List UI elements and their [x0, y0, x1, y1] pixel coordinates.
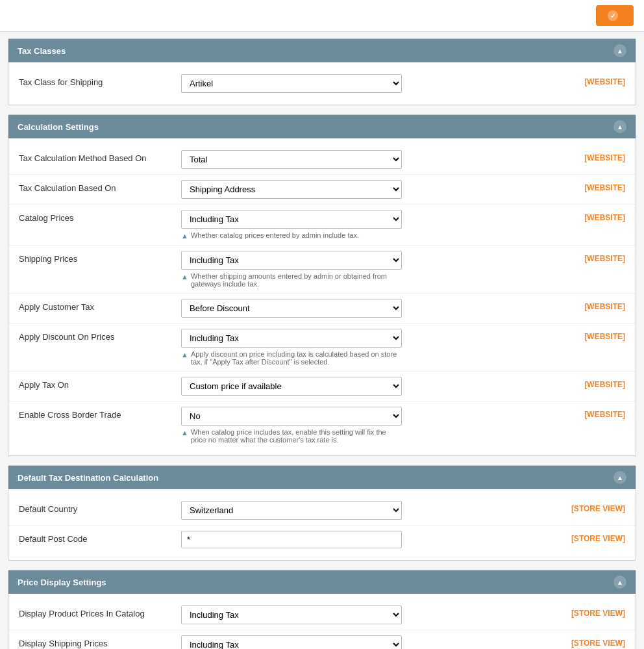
input-default-post-code[interactable]: [181, 531, 402, 548]
section-header-price-display-settings[interactable]: Price Display Settings▲: [8, 570, 636, 594]
scope-badge-tax-class-shipping: [WEBSITE]: [547, 74, 625, 86]
form-row-apply-customer-tax: Apply Customer TaxBefore DiscountAfter D…: [8, 294, 636, 324]
control-wrap-apply-tax-on: Custom price if availableOriginal price …: [181, 377, 547, 396]
hint-apply-discount-on-prices: ▲Apply discount on price including tax i…: [181, 350, 402, 366]
control-wrap-tax-calc-method: TotalUnit PriceRow Total: [181, 150, 547, 169]
select-display-shipping-prices[interactable]: Including TaxExcluding TaxBoth: [181, 635, 402, 649]
hint-enable-cross-border-trade: ▲When catalog price includes tax, enable…: [181, 428, 402, 444]
scope-badge-display-shipping-prices: [STORE VIEW]: [547, 635, 625, 648]
scope-badge-apply-discount-on-prices: [WEBSITE]: [547, 329, 625, 341]
form-row-shipping-prices: Shipping PricesIncluding TaxExcluding Ta…: [8, 246, 636, 294]
field-label-shipping-prices: Shipping Prices: [19, 251, 181, 264]
form-row-enable-cross-border-trade: Enable Cross Border TradeNoYes▲When cata…: [8, 401, 636, 449]
section-title: Default Tax Destination Calculation: [18, 473, 158, 483]
section-title: Price Display Settings: [18, 578, 106, 587]
field-label-tax-calc-based-on: Tax Calculation Based On: [19, 180, 181, 193]
control-wrap-catalog-prices: Including TaxExcluding Tax▲Whether catal…: [181, 210, 547, 240]
field-label-apply-tax-on: Apply Tax On: [19, 377, 181, 390]
select-enable-cross-border-trade[interactable]: NoYes: [181, 407, 402, 426]
form-row-default-post-code: Default Post Code[STORE VIEW]: [8, 526, 636, 554]
control-wrap-default-country: SwitzerlandGermanyAustriaUnited States: [181, 501, 547, 520]
select-apply-discount-on-prices[interactable]: Including TaxExcluding Tax: [181, 329, 402, 348]
select-tax-class-shipping[interactable]: ArtikelNoneTaxable Goods: [181, 74, 402, 93]
select-apply-tax-on[interactable]: Custom price if availableOriginal price …: [181, 377, 402, 396]
field-label-apply-customer-tax: Apply Customer Tax: [19, 299, 181, 312]
hint-catalog-prices: ▲Whether catalog prices entered by admin…: [181, 231, 402, 240]
field-label-default-country: Default Country: [19, 501, 181, 514]
form-row-display-product-prices-catalog: Display Product Prices In CatalogIncludi…: [8, 600, 636, 630]
control-wrap-shipping-prices: Including TaxExcluding Tax▲Whether shipp…: [181, 251, 547, 288]
save-config-button[interactable]: ✓: [596, 5, 634, 26]
scope-badge-shipping-prices: [WEBSITE]: [547, 251, 625, 263]
hint-icon: ▲: [181, 429, 188, 437]
page-header: ✓: [0, 0, 644, 32]
field-label-catalog-prices: Catalog Prices: [19, 210, 181, 223]
control-wrap-tax-class-shipping: ArtikelNoneTaxable Goods: [181, 74, 547, 93]
section-tax-classes: Tax Classes▲Tax Class for ShippingArtike…: [8, 38, 636, 105]
field-label-display-shipping-prices: Display Shipping Prices: [19, 635, 181, 648]
control-wrap-display-shipping-prices: Including TaxExcluding TaxBoth: [181, 635, 547, 649]
section-body-calculation-settings: Tax Calculation Method Based OnTotalUnit…: [8, 138, 636, 455]
hint-icon: ▲: [181, 232, 188, 240]
section-header-calculation-settings[interactable]: Calculation Settings▲: [8, 115, 636, 138]
section-price-display-settings: Price Display Settings▲Display Product P…: [8, 570, 636, 649]
field-label-default-post-code: Default Post Code: [19, 531, 181, 544]
main-content: Tax Classes▲Tax Class for ShippingArtike…: [0, 32, 644, 649]
scope-badge-enable-cross-border-trade: [WEBSITE]: [547, 407, 625, 419]
field-label-tax-calc-method: Tax Calculation Method Based On: [19, 150, 181, 163]
section-title: Calculation Settings: [18, 122, 99, 132]
scope-badge-apply-customer-tax: [WEBSITE]: [547, 299, 625, 311]
save-config-icon: ✓: [608, 10, 618, 21]
collapse-icon: ▲: [613, 120, 626, 133]
form-row-default-country: Default CountrySwitzerlandGermanyAustria…: [8, 496, 636, 526]
hint-shipping-prices: ▲Whether shipping amounts entered by adm…: [181, 272, 402, 288]
scope-badge-default-post-code: [STORE VIEW]: [547, 531, 625, 543]
form-row-tax-calc-method: Tax Calculation Method Based OnTotalUnit…: [8, 145, 636, 175]
section-title: Tax Classes: [18, 46, 66, 56]
form-row-tax-class-shipping: Tax Class for ShippingArtikelNoneTaxable…: [8, 69, 636, 98]
control-wrap-apply-discount-on-prices: Including TaxExcluding Tax▲Apply discoun…: [181, 329, 547, 366]
scope-badge-catalog-prices: [WEBSITE]: [547, 210, 625, 222]
collapse-icon: ▲: [613, 576, 626, 589]
scope-badge-tax-calc-based-on: [WEBSITE]: [547, 180, 625, 192]
section-body-default-tax-destination: Default CountrySwitzerlandGermanyAustria…: [8, 489, 636, 560]
select-default-country[interactable]: SwitzerlandGermanyAustriaUnited States: [181, 501, 402, 520]
collapse-icon: ▲: [613, 44, 626, 57]
scope-badge-tax-calc-method: [WEBSITE]: [547, 150, 625, 162]
form-row-display-shipping-prices: Display Shipping PricesIncluding TaxExcl…: [8, 630, 636, 649]
control-wrap-tax-calc-based-on: Shipping AddressBilling AddressShipping …: [181, 180, 547, 199]
section-header-tax-classes[interactable]: Tax Classes▲: [8, 39, 636, 62]
select-tax-calc-based-on[interactable]: Shipping AddressBilling AddressShipping …: [181, 180, 402, 199]
control-wrap-display-product-prices-catalog: Including TaxExcluding TaxBoth: [181, 605, 547, 624]
form-row-apply-discount-on-prices: Apply Discount On PricesIncluding TaxExc…: [8, 324, 636, 372]
select-display-product-prices-catalog[interactable]: Including TaxExcluding TaxBoth: [181, 605, 402, 624]
control-wrap-default-post-code: [181, 531, 547, 548]
section-default-tax-destination: Default Tax Destination Calculation▲Defa…: [8, 465, 636, 561]
scope-badge-default-country: [STORE VIEW]: [547, 501, 625, 513]
select-tax-calc-method[interactable]: TotalUnit PriceRow Total: [181, 150, 402, 169]
field-label-enable-cross-border-trade: Enable Cross Border Trade: [19, 407, 181, 420]
hint-icon: ▲: [181, 351, 188, 359]
collapse-icon: ▲: [613, 471, 626, 484]
control-wrap-enable-cross-border-trade: NoYes▲When catalog price includes tax, e…: [181, 407, 547, 444]
select-catalog-prices[interactable]: Including TaxExcluding Tax: [181, 210, 402, 229]
control-wrap-apply-customer-tax: Before DiscountAfter Discount: [181, 299, 547, 318]
section-calculation-settings: Calculation Settings▲Tax Calculation Met…: [8, 114, 636, 456]
select-apply-customer-tax[interactable]: Before DiscountAfter Discount: [181, 299, 402, 318]
form-row-catalog-prices: Catalog PricesIncluding TaxExcluding Tax…: [8, 205, 636, 246]
form-row-tax-calc-based-on: Tax Calculation Based OnShipping Address…: [8, 175, 636, 205]
section-body-price-display-settings: Display Product Prices In CatalogIncludi…: [8, 594, 636, 649]
form-row-apply-tax-on: Apply Tax OnCustom price if availableOri…: [8, 372, 636, 401]
field-label-display-product-prices-catalog: Display Product Prices In Catalog: [19, 605, 181, 618]
scope-badge-display-product-prices-catalog: [STORE VIEW]: [547, 605, 625, 618]
field-label-apply-discount-on-prices: Apply Discount On Prices: [19, 329, 181, 342]
section-header-default-tax-destination[interactable]: Default Tax Destination Calculation▲: [8, 466, 636, 489]
select-shipping-prices[interactable]: Including TaxExcluding Tax: [181, 251, 402, 270]
scope-badge-apply-tax-on: [WEBSITE]: [547, 377, 625, 389]
field-label-tax-class-shipping: Tax Class for Shipping: [19, 74, 181, 87]
section-body-tax-classes: Tax Class for ShippingArtikelNoneTaxable…: [8, 62, 636, 105]
hint-icon: ▲: [181, 273, 188, 281]
